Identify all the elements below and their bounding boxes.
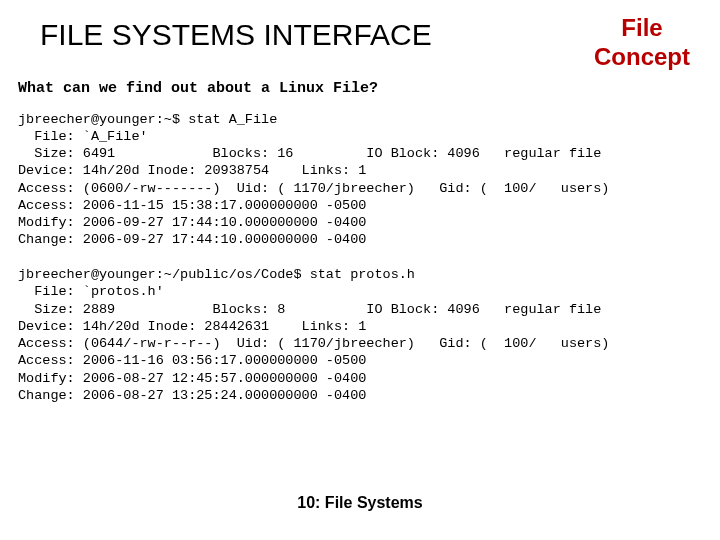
terminal-output: jbreecher@younger:~$ stat A_File File: `… [0,97,720,405]
section-topic: File Concept [594,14,690,72]
concept-line1: File [594,14,690,43]
question-text: What can we find out about a Linux File? [0,72,720,97]
header: FILE SYSTEMS INTERFACE File Concept [0,0,720,72]
page-title: FILE SYSTEMS INTERFACE [40,18,432,52]
footer-label: 10: File Systems [0,494,720,512]
concept-line2: Concept [594,43,690,72]
